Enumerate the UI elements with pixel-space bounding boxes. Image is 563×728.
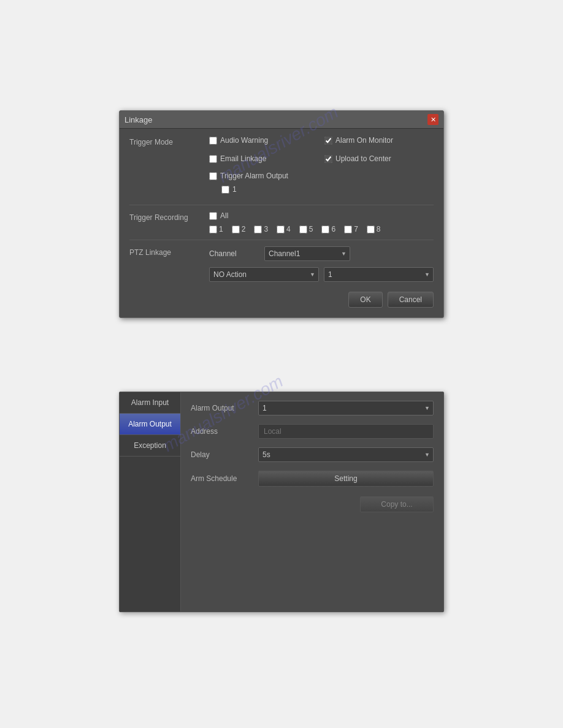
- channel-7-checkbox[interactable]: [344, 226, 352, 233]
- no-action-dropdown-wrapper: NO Action Preset Cruise Track: [209, 267, 319, 282]
- audio-warning-row: Audio Warning: [209, 136, 318, 145]
- alarm-on-monitor-row: Alarm On Monitor: [324, 136, 434, 145]
- cancel-button[interactable]: Cancel: [388, 292, 434, 308]
- alarm-on-monitor-label[interactable]: Alarm On Monitor: [335, 136, 393, 145]
- arm-schedule-row: Arm Schedule Setting: [191, 471, 434, 487]
- dialog-body: Trigger Mode Audio Warning Alarm On Moni…: [120, 129, 443, 317]
- channel-4-checkbox[interactable]: [277, 226, 285, 233]
- channel-1-item: 1: [209, 225, 223, 233]
- alarm-output-field-label: Alarm Output: [191, 404, 258, 412]
- arm-schedule-label: Arm Schedule: [191, 474, 258, 483]
- alarm-output-dropdown-wrapper: 1 2 3: [258, 401, 434, 415]
- channel-3-checkbox[interactable]: [254, 226, 262, 233]
- address-input: [258, 424, 434, 439]
- alarm-output-control: 1 2 3: [258, 401, 434, 415]
- channel-6-checkbox[interactable]: [321, 226, 329, 233]
- alarm-output-dropdown[interactable]: 1 2 3: [258, 401, 434, 415]
- trigger-recording-row: Trigger Recording All 1 2: [129, 211, 434, 233]
- ptz-action-row: NO Action Preset Cruise Track 1 2 3: [209, 267, 434, 282]
- channel-2-checkbox[interactable]: [232, 226, 240, 233]
- address-field-label: Address: [191, 427, 258, 436]
- trigger-recording-content: All 1 2 3: [209, 211, 434, 233]
- channel-dropdown-wrapper: Channel1 Channel2 Channel3 Channel4: [264, 246, 350, 261]
- channel-checkboxes-row: 1 2 3 4: [209, 225, 434, 233]
- separator-2: [129, 240, 434, 240]
- channel-3-item: 3: [254, 225, 268, 233]
- channel-8-item: 8: [367, 225, 381, 233]
- alarm-dialog: Alarm Input Alarm Output Exception Alarm…: [119, 392, 444, 612]
- upload-to-center-label[interactable]: Upload to Center: [335, 154, 391, 163]
- channel-7-label: 7: [354, 225, 358, 233]
- alarm-output-1-checkbox[interactable]: [221, 186, 229, 194]
- channel-1-label: 1: [219, 225, 223, 233]
- alarm-output-row: Alarm Output 1 2 3: [191, 401, 434, 415]
- linkage-dialog: Linkage ✕ Trigger Mode Audio Warning Ala…: [119, 110, 444, 318]
- upload-to-center-checkbox[interactable]: [324, 155, 332, 163]
- ptz-linkage-row: PTZ Linkage Channel Channel1 Channel2 Ch…: [129, 246, 434, 282]
- channel-3-label: 3: [264, 225, 268, 233]
- all-channels-row: All: [209, 211, 434, 220]
- alarm-sidebar: Alarm Input Alarm Output Exception: [120, 392, 181, 612]
- ptz-second-dropdown[interactable]: 1 2 3: [324, 267, 434, 282]
- channel-5-item: 5: [299, 225, 313, 233]
- trigger-mode-content: Audio Warning Alarm On Monitor Email Lin…: [209, 136, 434, 199]
- channel-2-label: 2: [242, 225, 246, 233]
- channel-2-item: 2: [232, 225, 246, 233]
- trigger-mode-label: Trigger Mode: [129, 136, 209, 146]
- no-action-dropdown[interactable]: NO Action Preset Cruise Track: [209, 267, 319, 282]
- channel-8-checkbox[interactable]: [367, 226, 375, 233]
- dialog-title: Linkage: [124, 115, 153, 124]
- all-channels-label[interactable]: All: [220, 211, 228, 220]
- channel-field-label: Channel: [209, 249, 258, 258]
- ptz-second-dropdown-wrapper: 1 2 3: [324, 267, 434, 282]
- alarm-main-content: Alarm Output 1 2 3 Address: [181, 392, 443, 612]
- arm-schedule-control: Setting: [258, 471, 434, 487]
- audio-warning-label[interactable]: Audio Warning: [220, 136, 268, 145]
- email-linkage-label[interactable]: Email Linkage: [220, 154, 266, 163]
- delay-control: 5s 10s 30s 60s: [258, 447, 434, 462]
- delay-dropdown-wrapper: 5s 10s 30s 60s: [258, 447, 434, 462]
- delay-field-label: Delay: [191, 450, 258, 459]
- channel-6-label: 6: [331, 225, 335, 233]
- channel-4-label: 4: [286, 225, 291, 233]
- channel-5-label: 5: [309, 225, 313, 233]
- trigger-mode-options: Audio Warning Alarm On Monitor Email Lin…: [209, 136, 434, 168]
- channel-5-checkbox[interactable]: [299, 226, 307, 233]
- setting-button[interactable]: Setting: [258, 471, 434, 487]
- address-row: Address: [191, 424, 434, 439]
- ptz-linkage-content: Channel Channel1 Channel2 Channel3 Chann…: [209, 246, 434, 282]
- alarm-output-1-row: 1: [221, 185, 434, 194]
- upload-to-center-row: Upload to Center: [324, 154, 434, 163]
- delay-row: Delay 5s 10s 30s 60s: [191, 447, 434, 462]
- audio-warning-checkbox[interactable]: [209, 137, 217, 145]
- trigger-mode-row: Trigger Mode Audio Warning Alarm On Moni…: [129, 136, 434, 199]
- trigger-recording-label: Trigger Recording: [129, 211, 209, 222]
- trigger-alarm-output-checkbox[interactable]: [209, 172, 217, 180]
- alarm-on-monitor-checkbox[interactable]: [324, 137, 332, 145]
- channel-select-row: Channel Channel1 Channel2 Channel3 Chann…: [209, 246, 434, 261]
- channel-1-checkbox[interactable]: [209, 226, 217, 233]
- email-linkage-checkbox[interactable]: [209, 155, 217, 163]
- dialog-titlebar: Linkage ✕: [120, 111, 443, 129]
- ok-button[interactable]: OK: [348, 292, 382, 308]
- channel-4-item: 4: [277, 225, 291, 233]
- all-channels-checkbox[interactable]: [209, 212, 217, 220]
- delay-dropdown[interactable]: 5s 10s 30s 60s: [258, 447, 434, 462]
- sidebar-item-alarm-input[interactable]: Alarm Input: [120, 392, 180, 414]
- copy-to-button[interactable]: Copy to...: [360, 496, 434, 512]
- dialog-buttons: OK Cancel: [129, 292, 434, 308]
- trigger-alarm-output-label[interactable]: Trigger Alarm Output: [220, 172, 288, 180]
- copy-to-row: Copy to...: [191, 496, 434, 512]
- trigger-alarm-output-row: Trigger Alarm Output: [209, 172, 434, 180]
- email-linkage-row: Email Linkage: [209, 154, 318, 163]
- sidebar-item-alarm-output[interactable]: Alarm Output: [120, 414, 180, 435]
- channel-7-item: 7: [344, 225, 358, 233]
- sidebar-item-exception[interactable]: Exception: [120, 435, 180, 457]
- channel-dropdown[interactable]: Channel1 Channel2 Channel3 Channel4: [264, 246, 350, 261]
- channel-6-item: 6: [321, 225, 335, 233]
- ptz-linkage-label: PTZ Linkage: [129, 246, 209, 257]
- alarm-output-1-label[interactable]: 1: [232, 185, 237, 194]
- address-control: [258, 424, 434, 439]
- channel-8-label: 8: [377, 225, 381, 233]
- close-button[interactable]: ✕: [427, 114, 439, 125]
